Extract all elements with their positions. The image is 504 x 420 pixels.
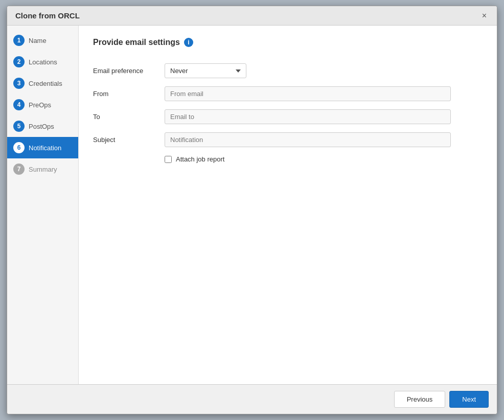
section-title: Provide email settings	[93, 38, 180, 47]
sidebar-item-name[interactable]: 1 Name	[7, 30, 78, 51]
step-number-notification: 6	[13, 142, 25, 153]
info-icon[interactable]: i	[184, 38, 193, 47]
attach-job-report-checkbox[interactable]	[165, 156, 172, 163]
to-input[interactable]	[165, 109, 451, 124]
attach-job-report-row: Attach job report	[165, 151, 451, 167]
from-control	[165, 82, 451, 105]
sidebar-label-locations: Locations	[29, 58, 57, 66]
dialog-title: Clone from ORCL	[15, 11, 80, 20]
sidebar-item-postops[interactable]: 5 PostOps	[7, 115, 78, 137]
section-header: Provide email settings i	[93, 38, 483, 47]
sidebar-label-summary: Summary	[29, 166, 57, 173]
dialog-header: Clone from ORCL ×	[7, 6, 497, 26]
subject-input[interactable]	[165, 132, 451, 147]
dialog-body: 1 Name 2 Locations 3 Credentials 4 PreOp…	[7, 26, 497, 384]
from-label: From	[93, 82, 165, 105]
sidebar-item-credentials[interactable]: 3 Credentials	[7, 73, 78, 94]
sidebar-label-credentials: Credentials	[29, 80, 62, 87]
email-preference-select[interactable]: Never On Success On Failure Always	[165, 63, 246, 78]
step-number-preops: 4	[13, 99, 25, 110]
sidebar-label-name: Name	[29, 37, 47, 44]
step-number-postops: 5	[13, 121, 25, 132]
sidebar-label-postops: PostOps	[29, 123, 54, 130]
email-preference-control: Never On Success On Failure Always	[165, 59, 451, 82]
sidebar: 1 Name 2 Locations 3 Credentials 4 PreOp…	[7, 26, 79, 384]
from-input[interactable]	[165, 86, 451, 101]
sidebar-label-preops: PreOps	[29, 101, 51, 109]
previous-button[interactable]: Previous	[394, 391, 446, 408]
subject-label: Subject	[93, 128, 165, 151]
close-button[interactable]: ×	[480, 12, 489, 20]
dialog-footer: Previous Next	[7, 384, 497, 414]
step-number-credentials: 3	[13, 78, 25, 89]
sidebar-item-locations[interactable]: 2 Locations	[7, 51, 78, 73]
sidebar-item-notification[interactable]: 6 Notification	[7, 137, 78, 158]
main-content: Provide email settings i Email preferenc…	[79, 26, 497, 384]
step-number-locations: 2	[13, 56, 25, 67]
sidebar-item-preops[interactable]: 4 PreOps	[7, 94, 78, 115]
clone-dialog: Clone from ORCL × 1 Name 2 Locations 3 C…	[7, 6, 497, 414]
to-control	[165, 105, 451, 128]
step-number-summary: 7	[13, 164, 25, 175]
email-preference-label: Email preference	[93, 59, 165, 82]
sidebar-label-notification: Notification	[29, 144, 61, 152]
email-settings-form: Email preference Never On Success On Fai…	[93, 59, 451, 167]
next-button[interactable]: Next	[449, 391, 489, 408]
attach-job-report-label[interactable]: Attach job report	[176, 155, 224, 163]
to-label: To	[93, 105, 165, 128]
subject-control	[165, 128, 451, 151]
step-number-name: 1	[13, 35, 25, 46]
sidebar-item-summary[interactable]: 7 Summary	[7, 158, 78, 180]
